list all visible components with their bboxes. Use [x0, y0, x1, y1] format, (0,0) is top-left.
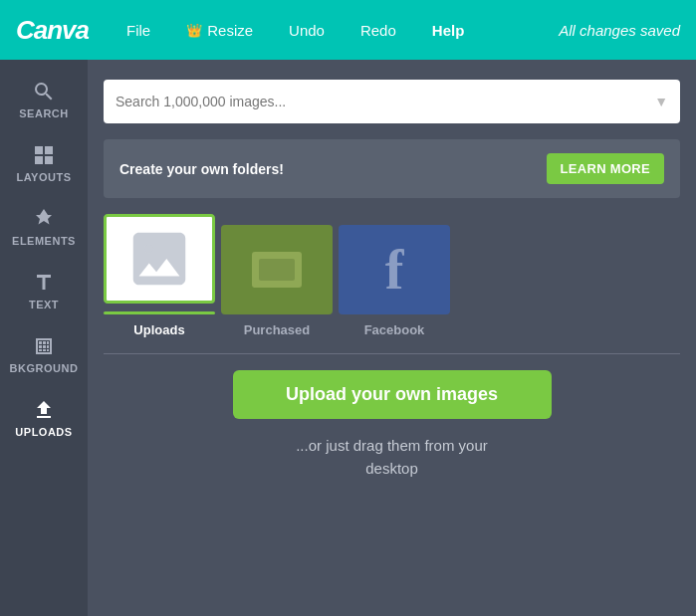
- tab-purchased-label: Purchased: [244, 322, 310, 337]
- layouts-icon: [32, 143, 56, 167]
- nav-undo[interactable]: Undo: [283, 18, 331, 43]
- main-panel: ▼ Create your own folders! LEARN MORE Up…: [88, 60, 696, 616]
- facebook-f-icon: f: [385, 242, 404, 298]
- nav-help[interactable]: Help: [426, 18, 471, 43]
- body-layout: SEARCH LAYOUTS ELEMENTS TEXT BKGROUND UP…: [0, 60, 696, 616]
- sidebar-item-search[interactable]: SEARCH: [0, 68, 88, 131]
- uploads-icon: [32, 398, 56, 422]
- saved-status: All changes saved: [559, 22, 680, 39]
- bkground-icon: [32, 334, 56, 358]
- image-placeholder-icon: [124, 224, 194, 294]
- sidebar: SEARCH LAYOUTS ELEMENTS TEXT BKGROUND UP…: [0, 60, 88, 616]
- sidebar-elements-label: ELEMENTS: [12, 235, 76, 247]
- sidebar-bkground-label: BKGROUND: [10, 362, 79, 374]
- sidebar-item-layouts[interactable]: LAYOUTS: [0, 131, 88, 195]
- purchased-card-stripe: [259, 259, 295, 281]
- tab-facebook-label: Facebook: [364, 322, 425, 337]
- search-input[interactable]: [116, 94, 654, 109]
- uploads-thumb: [104, 214, 215, 304]
- nav-file[interactable]: File: [120, 18, 156, 43]
- sidebar-search-label: SEARCH: [19, 107, 68, 119]
- text-icon: [32, 271, 56, 295]
- nav-redo[interactable]: Redo: [354, 18, 402, 43]
- sidebar-item-bkground[interactable]: BKGROUND: [0, 322, 88, 386]
- image-search-bar[interactable]: ▼: [104, 80, 680, 123]
- dropdown-arrow-icon: ▼: [654, 94, 668, 109]
- sidebar-item-uploads[interactable]: UPLOADS: [0, 386, 88, 450]
- logo: Canva: [16, 15, 89, 46]
- folder-banner-text: Create your own folders!: [119, 161, 284, 177]
- sidebar-uploads-label: UPLOADS: [15, 426, 72, 438]
- search-icon: [32, 80, 56, 103]
- upload-section: Upload your own images ...or just drag t…: [104, 370, 680, 480]
- top-navigation: Canva File 👑 Resize Undo Redo Help All c…: [0, 0, 696, 60]
- tab-active-indicator: [104, 311, 215, 314]
- folder-banner: Create your own folders! LEARN MORE: [104, 139, 680, 198]
- elements-icon: [32, 207, 56, 231]
- tab-uploads-label: Uploads: [133, 322, 184, 337]
- purchased-thumb: [221, 225, 333, 314]
- sidebar-layouts-label: LAYOUTS: [16, 171, 71, 183]
- sidebar-text-label: TEXT: [29, 299, 59, 310]
- facebook-thumb: f: [339, 225, 450, 314]
- drag-drop-text: ...or just drag them from your desktop: [296, 435, 488, 480]
- sidebar-item-text[interactable]: TEXT: [0, 259, 88, 322]
- crown-icon: 👑: [186, 23, 202, 38]
- tab-uploads[interactable]: Uploads: [104, 214, 215, 337]
- learn-more-button[interactable]: LEARN MORE: [547, 153, 664, 184]
- tab-separator: [104, 353, 680, 354]
- sidebar-item-elements[interactable]: ELEMENTS: [0, 195, 88, 259]
- nav-resize[interactable]: 👑 Resize: [180, 18, 259, 43]
- svg-point-0: [144, 244, 153, 253]
- tab-purchased[interactable]: Purchased: [221, 225, 333, 337]
- upload-button[interactable]: Upload your own images: [233, 370, 552, 419]
- purchased-card-icon: [252, 252, 302, 288]
- image-source-tabs: Uploads Purchased f Facebook: [104, 214, 680, 337]
- tab-facebook[interactable]: f Facebook: [339, 225, 450, 337]
